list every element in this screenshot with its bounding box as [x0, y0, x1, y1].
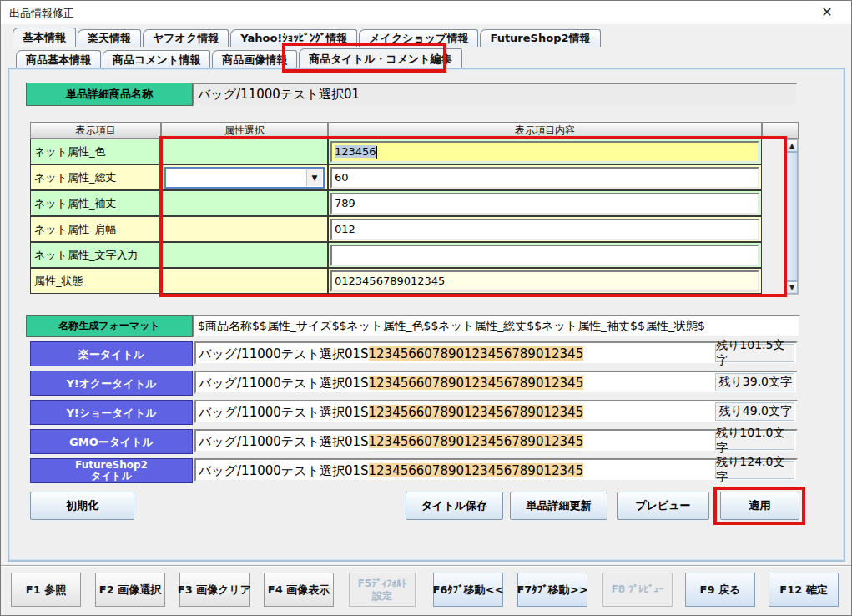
attr-value-cell: 60 >>: [328, 164, 762, 190]
tab-futureshop2-info[interactable]: FutureShop2情報: [480, 29, 600, 47]
dialog-title: 出品情報修正: [9, 6, 74, 21]
title-prefix: バッグ/11000テスト選択01S: [199, 463, 369, 477]
apply-button[interactable]: 適用: [720, 492, 799, 520]
attr-row-label: 属性_状態: [30, 268, 161, 294]
tab-product-title-comment-edit[interactable]: 商品タイトル・コメント編集: [299, 48, 461, 68]
save-title-button[interactable]: タイトル保存: [406, 492, 503, 520]
f6-tab-move-back-button[interactable]: F6ﾀﾌﾞ移動<<: [433, 573, 503, 607]
futureshop2-title-label: FutureShop2 タイトル: [30, 458, 193, 483]
f9-back-button[interactable]: F9 戻る: [685, 573, 755, 607]
attr-row-label: ネット属性_文字入力: [30, 242, 161, 268]
close-icon[interactable]: ✕: [818, 4, 836, 20]
yahoo-auction-title-field[interactable]: バッグ/11000テスト選択01S12345660789012345678901…: [194, 371, 798, 394]
scroll-down-icon[interactable]: ▼: [786, 281, 798, 294]
attr-value-input[interactable]: [330, 245, 759, 266]
f5-default-settings-button: F5ﾃﾞｨﾌｫﾙﾄ 設定: [349, 573, 416, 607]
attr-select-cell[interactable]: [161, 268, 328, 294]
table-row: ネット属性_肩幅 012 >>: [30, 216, 785, 242]
generated-part: 123456607890123456789012345: [369, 376, 584, 390]
selected-text: 123456: [335, 145, 376, 158]
rakuten-title-label: 楽ータイトル: [30, 341, 193, 366]
attr-value-input[interactable]: 60: [330, 167, 759, 189]
f3-image-clear-button[interactable]: F3 画像クリア: [179, 573, 250, 607]
attribute-select-combobox[interactable]: ▼: [164, 167, 325, 189]
f2-image-select-button[interactable]: F2 画像選択: [95, 573, 165, 607]
label-line2: タイトル: [91, 471, 132, 482]
tab-yahoo-auction-info[interactable]: ヤフオク情報: [143, 29, 229, 47]
scrollbar-thumb[interactable]: [786, 152, 798, 281]
table-row: ネット属性_色 123456 >>: [30, 139, 785, 164]
title-prefix: バッグ/11000テスト選択01S: [199, 405, 369, 419]
remaining-chars-badge: 残り49.0文字: [715, 402, 794, 421]
initialize-button[interactable]: 初期化: [30, 492, 134, 520]
gmo-title-label: GMOータイトル: [30, 429, 193, 454]
fkey-line2: 設定: [372, 590, 392, 603]
attr-value-cell: 012 >>: [328, 216, 762, 242]
tab-makeshop-info[interactable]: メイクショップ情報: [359, 29, 478, 47]
tab-basic-info[interactable]: 基本情報: [13, 28, 76, 47]
rakuten-title-field[interactable]: バッグ/11000テスト選択01S12345660789012345678901…: [194, 341, 798, 365]
col-header-display-item: 表示項目: [30, 122, 161, 139]
fkey-line1: F5ﾃﾞｨﾌｫﾙﾄ: [358, 578, 407, 590]
tab-product-image-info[interactable]: 商品画像情報: [212, 50, 297, 68]
chevron-down-icon[interactable]: ▼: [306, 169, 322, 186]
titlebar: 出品情報修正 ✕: [1, 1, 851, 24]
f12-confirm-button[interactable]: F12 確定: [769, 573, 839, 607]
f1-browse-button[interactable]: F1 参照: [11, 573, 81, 607]
col-header-display-content: 表示項目内容: [328, 122, 762, 139]
function-key-bar: F1 参照 F2 画像選択 F3 画像クリア F4 画像表示 F5ﾃﾞｨﾌｫﾙﾄ…: [1, 566, 851, 616]
table-scrollbar[interactable]: ▲ ▼: [785, 139, 799, 295]
yahoo-auction-title-label: Y!オクータイトル: [30, 371, 193, 396]
attr-value-input[interactable]: 012: [330, 219, 759, 240]
attr-select-cell: ▼: [161, 164, 328, 190]
attr-select-cell[interactable]: [161, 190, 328, 216]
attr-value-cell: 789 >>: [328, 190, 762, 216]
tab-yahoo-shopping-info[interactable]: Yahoo!ｼｮｯﾋﾟﾝｸﾞ情報: [230, 29, 357, 47]
preview-button[interactable]: プレビュー: [617, 492, 709, 520]
tab-product-comment-info[interactable]: 商品コメント情報: [103, 50, 210, 68]
remaining-chars-badge: 残り39.0文字: [715, 373, 794, 391]
tab-product-basic-info[interactable]: 商品基本情報: [16, 50, 101, 68]
format-field: $商品名称$$属性_サイズ$$ネット属性_色$$ネット属性_総丈$$ネット属性_…: [193, 315, 800, 337]
attr-select-cell[interactable]: [161, 242, 328, 268]
tab-rakuten-info[interactable]: 楽天情報: [78, 29, 141, 47]
dialog-listing-info-edit: 出品情報修正 ✕ 基本情報 楽天情報 ヤフオク情報 Yahoo!ｼｮｯﾋﾟﾝｸﾞ…: [0, 0, 852, 616]
generated-part: 123456607890123456789012345: [369, 434, 584, 448]
attr-value-input[interactable]: 0123456789012345: [330, 270, 759, 292]
yahoo-shopping-title-label: Y!ショータイトル: [30, 400, 193, 425]
attr-value-cell: 0123456789012345 >>: [328, 268, 762, 294]
col-header-stub: [762, 122, 799, 139]
remaining-chars-badge: 残り124.0文字: [715, 461, 794, 479]
generated-part: 123456607890123456789012345: [369, 463, 584, 477]
title-prefix: バッグ/11000テスト選択01S: [199, 376, 369, 390]
attr-row-label: ネット属性_肩幅: [30, 216, 161, 242]
attr-row-label: ネット属性_袖丈: [30, 190, 161, 216]
table-row: 属性_状態 0123456789012345 >>: [30, 268, 785, 294]
table-row: ネット属性_文字入力 >>: [30, 242, 785, 268]
attr-value-input[interactable]: 789: [330, 193, 759, 215]
futureshop2-title-field[interactable]: バッグ/11000テスト選択01S12345660789012345678901…: [194, 458, 798, 482]
attr-select-cell[interactable]: [161, 139, 328, 164]
generated-part: 123456607890123456789012345: [369, 405, 584, 419]
attr-row-label: ネット属性_色: [30, 139, 161, 164]
remaining-chars-badge: 残り101.0文字: [715, 432, 794, 450]
f4-image-show-button[interactable]: F4 画像表示: [264, 573, 334, 607]
generated-part: 123456607890123456789012345: [369, 346, 584, 361]
col-header-attribute-select: 属性選択: [161, 122, 328, 139]
f7-tab-move-forward-button[interactable]: F7ﾀﾌﾞ移動>>: [517, 573, 587, 607]
yahoo-shopping-title-field[interactable]: バッグ/11000テスト選択01S12345660789012345678901…: [194, 400, 798, 423]
attr-value-input[interactable]: 123456: [330, 141, 759, 163]
table-row: ネット属性_総丈 ▼ 60 >>: [30, 164, 785, 190]
attr-select-cell[interactable]: [161, 216, 328, 242]
format-label: 名称生成フォーマット: [26, 315, 193, 337]
scroll-up-icon[interactable]: ▲: [786, 139, 798, 152]
f8-preview-button: F8 ﾌﾟﾚﾋﾞｭｰ: [602, 573, 673, 607]
tab-bar-top: 基本情報 楽天情報 ヤフオク情報 Yahoo!ｼｮｯﾋﾟﾝｸﾞ情報 メイクショッ…: [13, 28, 602, 47]
text-caret: [376, 146, 377, 159]
table-row: ネット属性_袖丈 789 >>: [30, 190, 785, 216]
tab-bar-sub: 商品基本情報 商品コメント情報 商品画像情報 商品タイトル・コメント編集: [16, 48, 464, 68]
gmo-title-field[interactable]: バッグ/11000テスト選択01S12345660789012345678901…: [194, 429, 798, 452]
attr-row-label: ネット属性_総丈: [30, 164, 161, 190]
update-detail-button[interactable]: 単品詳細更新: [510, 492, 607, 520]
remaining-chars-badge: 残り101.5文字: [715, 344, 794, 362]
